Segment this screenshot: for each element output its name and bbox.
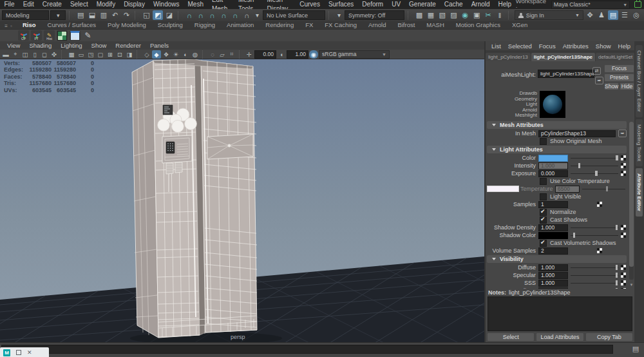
panel-menu-item[interactable]: Panels <box>146 42 173 49</box>
cast-volumetric-shadows-checkbox[interactable] <box>540 240 547 247</box>
exposure-icon[interactable]: ✛ <box>245 50 254 59</box>
menu-item[interactable]: UV <box>388 0 405 9</box>
composition-icon[interactable]: ⇄ <box>592 67 601 75</box>
load-attributes-button[interactable]: Load Attributes <box>536 333 583 342</box>
shelf-gear-icon[interactable]: ◦ <box>10 23 12 29</box>
symmetry-arrow[interactable]: ▾ <box>335 10 343 20</box>
gate-mask-icon[interactable]: ▢ <box>96 50 105 59</box>
bookmark-icon[interactable]: ▯ <box>30 50 39 59</box>
exposure-slider[interactable] <box>571 170 618 177</box>
shelf-tab[interactable]: Poly Modeling <box>102 21 152 29</box>
shadow-density-field[interactable]: 1.000 <box>538 224 568 231</box>
symmetry-field[interactable]: Symmetry: Off <box>345 10 404 20</box>
shelf-tab[interactable]: Sculpting <box>152 21 189 29</box>
sss-field[interactable]: 1.000 <box>538 280 568 287</box>
texture-map-button[interactable] <box>621 171 626 176</box>
snap-point-icon[interactable]: ∩ <box>207 10 218 20</box>
open-scene-icon[interactable]: ⬓ <box>87 10 97 20</box>
view-transform-dropdown[interactable]: sRGB gamma ▼ <box>319 50 390 59</box>
exposure-field[interactable]: 0.000 <box>538 170 568 177</box>
launch-application-icon[interactable]: ▣ <box>471 10 482 20</box>
panel-menu-item[interactable]: View <box>3 42 24 49</box>
presets-button[interactable]: Presets <box>604 73 634 82</box>
material-sample-swatch[interactable] <box>540 91 565 118</box>
shadow-density-slider[interactable] <box>571 224 618 231</box>
texture-map-button[interactable] <box>621 155 626 160</box>
shelf-tab[interactable]: Bifrost <box>392 21 421 29</box>
gamma-icon[interactable]: ◖ <box>277 50 286 59</box>
shadow-color-swatch[interactable] <box>538 232 568 239</box>
texture-map-button[interactable] <box>621 233 626 238</box>
snap-grid-icon[interactable]: ∩ <box>184 10 194 20</box>
scrollbar-down-arrow[interactable]: ▼ <box>629 283 634 287</box>
textured-icon[interactable]: ❖ <box>162 50 171 59</box>
in-mesh-field[interactable]: pCylinderShape13 <box>538 130 616 137</box>
section-visibility[interactable]: Visibility <box>487 255 627 263</box>
shelf-item-hist[interactable]: ✎ Hist <box>44 30 55 41</box>
texture-map-button[interactable] <box>621 273 626 278</box>
use-color-temperature-checkbox[interactable] <box>540 178 547 185</box>
film-gate-icon[interactable]: ▭ <box>77 50 86 59</box>
ipr-render-icon[interactable]: ▧ <box>437 10 448 20</box>
shadows-icon[interactable]: ◐ <box>181 50 190 59</box>
shelf-item-pen[interactable]: ✎ <box>82 30 93 41</box>
ae-menu-item[interactable]: Help <box>615 43 634 50</box>
menu-item[interactable]: Help <box>494 0 516 9</box>
sign-in-button[interactable]: Sign In ▼ <box>515 10 583 20</box>
new-scene-icon[interactable]: ▤ <box>75 10 86 20</box>
texture-map-button[interactable] <box>621 265 626 270</box>
ambient-occlusion-icon[interactable]: ◍ <box>191 50 200 59</box>
exposure-field[interactable]: 0.00 <box>254 50 276 59</box>
menu-item[interactable]: Windows <box>149 0 184 9</box>
restore-window-icon[interactable] <box>16 350 21 355</box>
panel-menu-item[interactable]: Lighting <box>56 42 86 49</box>
temperature-field[interactable]: 6500 <box>555 186 580 193</box>
xray-icon[interactable]: ▱ <box>218 50 227 59</box>
channel-box-toggle-icon[interactable]: ▤ <box>608 10 618 20</box>
workspace-lock-icon[interactable] <box>634 1 641 8</box>
ae-tab[interactable]: light_pCylinder13 <box>486 53 531 61</box>
shaded-icon[interactable]: ◆ <box>152 50 161 59</box>
wireframe-icon[interactable]: ◇ <box>142 50 151 59</box>
indirect-field[interactable]: 1.000 <box>538 287 568 289</box>
ae-menu-item[interactable]: Attributes <box>560 43 592 50</box>
shelf-item-checker-texture[interactable] <box>57 30 68 41</box>
texture-map-button[interactable] <box>597 248 602 253</box>
sss-slider[interactable] <box>571 280 618 286</box>
image-plane-icon[interactable]: ◻ <box>40 50 49 59</box>
viewport-canvas[interactable]: Verts: 580507 580507 0 Edges: 1159280 11… <box>0 59 484 342</box>
show-original-mesh-checkbox[interactable] <box>540 138 547 145</box>
shelf-item-ee[interactable]: EE <box>70 30 80 41</box>
color-management-icon[interactable]: ◉ <box>309 50 318 59</box>
shelf-tab[interactable]: Animation <box>221 21 260 29</box>
ae-menu-item[interactable]: Selected <box>505 43 535 50</box>
shelf-tab[interactable]: Rendering <box>260 21 299 29</box>
os-window-tab[interactable]: M ✕ <box>0 347 49 357</box>
color-slider[interactable] <box>571 155 618 161</box>
ae-menu-item[interactable]: Focus <box>536 43 559 50</box>
workspace-dropdown[interactable]: Maya Classic* ▼ <box>551 1 630 9</box>
attribute-editor-vertical-tab[interactable]: Attribute Editor <box>636 168 643 217</box>
select-object-icon[interactable]: ◩ <box>153 10 163 20</box>
diffuse-field[interactable]: 1.000 <box>538 264 568 271</box>
viewport-3d-view[interactable] <box>0 59 484 342</box>
select-button[interactable]: Select <box>487 333 535 342</box>
volume-samples-field[interactable]: 2 <box>538 247 568 255</box>
snap-options-arrow[interactable]: ▾ <box>253 10 261 20</box>
shelf-tab[interactable]: Motion Graphics <box>450 21 506 29</box>
copy-tab-button[interactable]: Copy Tab <box>585 333 633 342</box>
select-camera-icon[interactable]: ▬ <box>1 50 10 59</box>
shelf-tab[interactable]: Riso <box>17 21 42 29</box>
safe-title-icon[interactable]: ◨ <box>125 50 134 59</box>
fridge-model[interactable] <box>132 59 257 338</box>
menu-item[interactable]: Modify <box>92 0 119 9</box>
menu-item[interactable]: Edit <box>19 0 38 9</box>
menu-item[interactable]: Surfaces <box>324 0 357 9</box>
snap-projected-center-icon[interactable]: ∩ <box>218 10 229 20</box>
grid-icon[interactable]: ▦ <box>67 50 76 59</box>
attribute-editor-toggle-icon[interactable]: ☰ <box>620 10 630 20</box>
undo-icon[interactable]: ↶ <box>110 10 120 20</box>
shelf-tab[interactable]: Curves / Surfaces <box>42 21 102 29</box>
shelf-tab[interactable]: Rigging <box>189 21 221 29</box>
scrollbar-thumb[interactable] <box>629 122 634 267</box>
